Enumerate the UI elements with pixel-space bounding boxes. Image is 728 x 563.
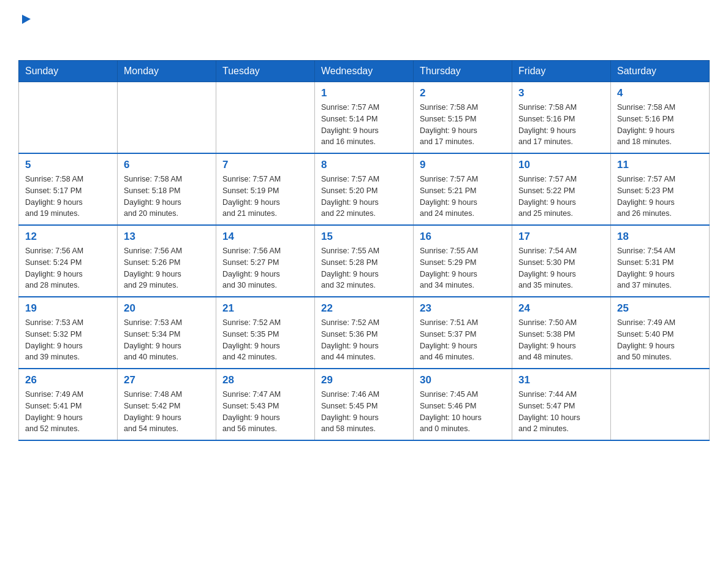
- day-info: Sunrise: 7:56 AM Sunset: 5:24 PM Dayligh…: [25, 245, 111, 291]
- day-info: Sunrise: 7:53 AM Sunset: 5:32 PM Dayligh…: [25, 317, 111, 363]
- day-number: 28: [222, 374, 308, 386]
- day-info: Sunrise: 7:58 AM Sunset: 5:18 PM Dayligh…: [124, 174, 210, 220]
- calendar-week-1: 1Sunrise: 7:57 AM Sunset: 5:14 PM Daylig…: [19, 82, 710, 154]
- day-info: Sunrise: 7:58 AM Sunset: 5:17 PM Dayligh…: [25, 174, 111, 220]
- calendar-cell: 10Sunrise: 7:57 AM Sunset: 5:22 PM Dayli…: [512, 153, 611, 225]
- calendar-week-2: 5Sunrise: 7:58 AM Sunset: 5:17 PM Daylig…: [19, 153, 710, 225]
- calendar-cell: 5Sunrise: 7:58 AM Sunset: 5:17 PM Daylig…: [19, 153, 118, 225]
- day-number: 20: [124, 302, 210, 315]
- day-info: Sunrise: 7:57 AM Sunset: 5:14 PM Dayligh…: [321, 102, 407, 148]
- day-number: 9: [420, 159, 506, 171]
- logo: [18, 12, 33, 49]
- calendar-cell: 26Sunrise: 7:49 AM Sunset: 5:41 PM Dayli…: [19, 369, 118, 440]
- day-number: 10: [518, 159, 604, 171]
- page-header: [18, 12, 710, 49]
- calendar-header-tuesday: Tuesday: [216, 61, 315, 82]
- day-number: 25: [617, 302, 703, 315]
- day-info: Sunrise: 7:57 AM Sunset: 5:20 PM Dayligh…: [321, 174, 407, 220]
- logo-triangle-icon: [20, 12, 33, 26]
- day-info: Sunrise: 7:57 AM Sunset: 5:22 PM Dayligh…: [518, 174, 604, 220]
- calendar-cell: 4Sunrise: 7:58 AM Sunset: 5:16 PM Daylig…: [611, 82, 710, 154]
- calendar-header-saturday: Saturday: [611, 61, 710, 82]
- day-info: Sunrise: 7:57 AM Sunset: 5:21 PM Dayligh…: [420, 174, 506, 220]
- day-info: Sunrise: 7:52 AM Sunset: 5:35 PM Dayligh…: [222, 317, 308, 363]
- day-number: 4: [617, 87, 703, 99]
- calendar-cell: 7Sunrise: 7:57 AM Sunset: 5:19 PM Daylig…: [216, 153, 315, 225]
- day-number: 7: [222, 159, 308, 171]
- day-info: Sunrise: 7:45 AM Sunset: 5:46 PM Dayligh…: [420, 389, 506, 435]
- day-info: Sunrise: 7:56 AM Sunset: 5:26 PM Dayligh…: [124, 245, 210, 291]
- calendar-cell: 13Sunrise: 7:56 AM Sunset: 5:26 PM Dayli…: [118, 225, 216, 297]
- day-number: 16: [420, 231, 506, 243]
- day-info: Sunrise: 7:56 AM Sunset: 5:27 PM Dayligh…: [222, 245, 308, 291]
- calendar-cell: 6Sunrise: 7:58 AM Sunset: 5:18 PM Daylig…: [118, 153, 216, 225]
- day-info: Sunrise: 7:57 AM Sunset: 5:23 PM Dayligh…: [617, 174, 703, 220]
- calendar-body: 1Sunrise: 7:57 AM Sunset: 5:14 PM Daylig…: [19, 82, 710, 441]
- day-info: Sunrise: 7:58 AM Sunset: 5:16 PM Dayligh…: [518, 102, 604, 148]
- day-number: 8: [321, 159, 407, 171]
- calendar-cell: 23Sunrise: 7:51 AM Sunset: 5:37 PM Dayli…: [414, 297, 512, 369]
- day-number: 31: [518, 374, 604, 386]
- calendar-week-3: 12Sunrise: 7:56 AM Sunset: 5:24 PM Dayli…: [19, 225, 710, 297]
- calendar-cell: 20Sunrise: 7:53 AM Sunset: 5:34 PM Dayli…: [118, 297, 216, 369]
- day-number: 24: [518, 302, 604, 315]
- calendar-header: SundayMondayTuesdayWednesdayThursdayFrid…: [19, 61, 710, 82]
- day-info: Sunrise: 7:54 AM Sunset: 5:30 PM Dayligh…: [518, 245, 604, 291]
- day-info: Sunrise: 7:55 AM Sunset: 5:29 PM Dayligh…: [420, 245, 506, 291]
- day-number: 2: [420, 87, 506, 99]
- calendar-table: SundayMondayTuesdayWednesdayThursdayFrid…: [18, 60, 710, 441]
- calendar-cell: [118, 82, 216, 154]
- day-number: 14: [222, 231, 308, 243]
- day-number: 5: [25, 159, 111, 171]
- day-info: Sunrise: 7:54 AM Sunset: 5:31 PM Dayligh…: [617, 245, 703, 291]
- calendar-cell: 31Sunrise: 7:44 AM Sunset: 5:47 PM Dayli…: [512, 369, 611, 440]
- day-number: 15: [321, 231, 407, 243]
- calendar-cell: 17Sunrise: 7:54 AM Sunset: 5:30 PM Dayli…: [512, 225, 611, 297]
- calendar-cell: 16Sunrise: 7:55 AM Sunset: 5:29 PM Dayli…: [414, 225, 512, 297]
- calendar-header-monday: Monday: [118, 61, 216, 82]
- svg-marker-0: [22, 15, 31, 24]
- day-info: Sunrise: 7:53 AM Sunset: 5:34 PM Dayligh…: [124, 317, 210, 363]
- calendar-cell: [19, 82, 118, 154]
- calendar-cell: 18Sunrise: 7:54 AM Sunset: 5:31 PM Dayli…: [611, 225, 710, 297]
- calendar-cell: 8Sunrise: 7:57 AM Sunset: 5:20 PM Daylig…: [315, 153, 414, 225]
- day-info: Sunrise: 7:49 AM Sunset: 5:41 PM Dayligh…: [25, 389, 111, 435]
- day-number: 6: [124, 159, 210, 171]
- day-info: Sunrise: 7:50 AM Sunset: 5:38 PM Dayligh…: [518, 317, 604, 363]
- calendar-cell: 29Sunrise: 7:46 AM Sunset: 5:45 PM Dayli…: [315, 369, 414, 440]
- calendar-cell: 22Sunrise: 7:52 AM Sunset: 5:36 PM Dayli…: [315, 297, 414, 369]
- day-info: Sunrise: 7:57 AM Sunset: 5:19 PM Dayligh…: [222, 174, 308, 220]
- calendar-cell: 11Sunrise: 7:57 AM Sunset: 5:23 PM Dayli…: [611, 153, 710, 225]
- day-info: Sunrise: 7:58 AM Sunset: 5:15 PM Dayligh…: [420, 102, 506, 148]
- calendar-cell: 2Sunrise: 7:58 AM Sunset: 5:15 PM Daylig…: [414, 82, 512, 154]
- calendar-cell: 28Sunrise: 7:47 AM Sunset: 5:43 PM Dayli…: [216, 369, 315, 440]
- day-number: 18: [617, 231, 703, 243]
- calendar-cell: [216, 82, 315, 154]
- day-number: 17: [518, 231, 604, 243]
- calendar-cell: [611, 369, 710, 440]
- calendar-week-5: 26Sunrise: 7:49 AM Sunset: 5:41 PM Dayli…: [19, 369, 710, 440]
- calendar-cell: 25Sunrise: 7:49 AM Sunset: 5:40 PM Dayli…: [611, 297, 710, 369]
- day-number: 22: [321, 302, 407, 315]
- calendar-cell: 12Sunrise: 7:56 AM Sunset: 5:24 PM Dayli…: [19, 225, 118, 297]
- day-info: Sunrise: 7:48 AM Sunset: 5:42 PM Dayligh…: [124, 389, 210, 435]
- calendar-header-friday: Friday: [512, 61, 611, 82]
- day-number: 12: [25, 231, 111, 243]
- calendar-cell: 30Sunrise: 7:45 AM Sunset: 5:46 PM Dayli…: [414, 369, 512, 440]
- day-info: Sunrise: 7:47 AM Sunset: 5:43 PM Dayligh…: [222, 389, 308, 435]
- day-info: Sunrise: 7:49 AM Sunset: 5:40 PM Dayligh…: [617, 317, 703, 363]
- calendar-cell: 27Sunrise: 7:48 AM Sunset: 5:42 PM Dayli…: [118, 369, 216, 440]
- day-number: 23: [420, 302, 506, 315]
- day-info: Sunrise: 7:58 AM Sunset: 5:16 PM Dayligh…: [617, 102, 703, 148]
- day-number: 26: [25, 374, 111, 386]
- day-number: 11: [617, 159, 703, 171]
- calendar-header-thursday: Thursday: [414, 61, 512, 82]
- day-info: Sunrise: 7:55 AM Sunset: 5:28 PM Dayligh…: [321, 245, 407, 291]
- day-info: Sunrise: 7:44 AM Sunset: 5:47 PM Dayligh…: [518, 389, 604, 435]
- calendar-week-4: 19Sunrise: 7:53 AM Sunset: 5:32 PM Dayli…: [19, 297, 710, 369]
- calendar-header-wednesday: Wednesday: [315, 61, 414, 82]
- day-info: Sunrise: 7:46 AM Sunset: 5:45 PM Dayligh…: [321, 389, 407, 435]
- day-info: Sunrise: 7:51 AM Sunset: 5:37 PM Dayligh…: [420, 317, 506, 363]
- calendar-header-sunday: Sunday: [19, 61, 118, 82]
- day-number: 1: [321, 87, 407, 99]
